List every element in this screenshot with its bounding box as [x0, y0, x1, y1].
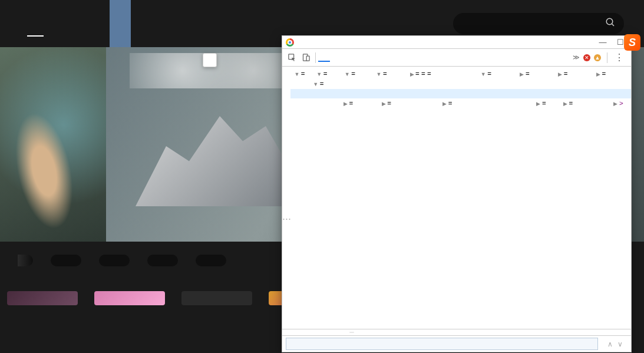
warning-badge[interactable]: ▲ [594, 54, 602, 61]
tab-elements[interactable] [318, 54, 330, 62]
chrome-icon [286, 38, 294, 47]
search-next-icon[interactable]: ∨ [617, 340, 623, 348]
window-minimize-icon[interactable]: — [596, 38, 610, 47]
elements-search-bar: ∧ ∨ [282, 335, 631, 352]
pill-ost[interactable] [196, 255, 226, 266]
tabs-overflow-icon[interactable]: ≫ [572, 54, 581, 61]
devtools-titlebar[interactable]: — ☐ [282, 36, 631, 49]
svg-point-0 [606, 18, 613, 25]
pill-0[interactable] [18, 255, 33, 266]
header-nav [25, 0, 173, 47]
pill-rock[interactable] [51, 255, 81, 266]
inspector-tooltip [203, 53, 217, 67]
svg-rect-4 [306, 56, 309, 61]
inspect-element-icon[interactable] [285, 51, 299, 65]
nav-musician[interactable] [152, 0, 173, 47]
devtools-window: — ☐ ≫ ✕ ▲ ⋮ ⋯ = = = = = = = = [282, 35, 632, 352]
tab-memory[interactable] [377, 54, 389, 61]
gutter-dots-icon[interactable]: ⋯ [282, 214, 292, 223]
tab-performance[interactable] [365, 54, 377, 61]
svg-line-1 [612, 24, 614, 26]
tab-console[interactable] [330, 54, 342, 61]
error-badge[interactable]: ✕ [583, 54, 592, 61]
search-icon[interactable] [605, 17, 616, 31]
nav-vip[interactable] [88, 0, 110, 47]
xpath-search-input[interactable] [286, 338, 598, 350]
pill-folk[interactable] [99, 255, 130, 266]
thumb-3[interactable] [181, 291, 252, 305]
nav-artist[interactable] [67, 0, 88, 47]
tab-sources[interactable] [342, 54, 354, 61]
tab-network[interactable] [354, 54, 365, 61]
devtools-toolbar: ≫ ✕ ▲ ⋮ [282, 49, 631, 67]
selected-dom-node[interactable] [290, 89, 631, 98]
settings-more-icon[interactable]: ⋮ [612, 52, 626, 63]
hero-left-image[interactable] [0, 47, 106, 242]
elements-panel[interactable]: ⋯ = = = = = = = = = = = = = = [282, 67, 631, 329]
nav-playlist[interactable] [46, 0, 67, 47]
crumb-span[interactable] [349, 332, 354, 333]
sogou-ime-icon[interactable]: S [624, 34, 640, 51]
search-input[interactable] [461, 19, 605, 28]
pill-electronic[interactable] [147, 255, 178, 266]
nav-musicbox[interactable] [110, 0, 131, 47]
thumb-1[interactable] [7, 291, 78, 305]
search-box[interactable] [453, 13, 624, 34]
nav-home[interactable] [25, 0, 46, 47]
breadcrumb[interactable] [282, 329, 631, 335]
device-toolbar-icon[interactable] [299, 51, 313, 65]
thumb-2[interactable] [94, 291, 165, 305]
search-prev-icon[interactable]: ∧ [607, 340, 613, 348]
nav-client[interactable] [131, 0, 152, 47]
